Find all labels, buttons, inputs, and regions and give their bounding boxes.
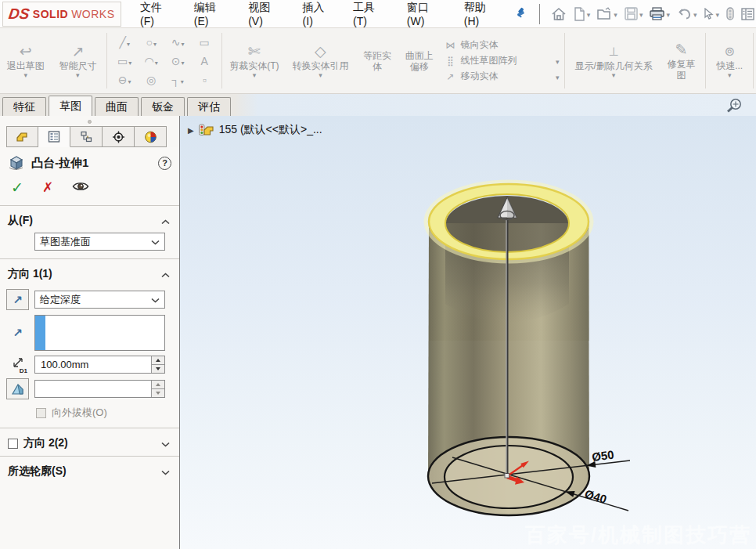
circle-tool[interactable]: ○ [138, 33, 164, 52]
select-caret[interactable] [715, 8, 719, 20]
draft-button[interactable] [6, 378, 29, 399]
menu-view[interactable]: 视图(V) [248, 1, 281, 27]
exit-sketch-caret[interactable] [24, 71, 28, 79]
display-relations-button[interactable]: ⊥ 显示/删除几何关系 [567, 28, 659, 93]
direction2-checkbox[interactable] [8, 439, 18, 449]
line-tool[interactable]: ╱ [111, 33, 138, 52]
select-cursor-icon[interactable] [702, 6, 721, 22]
start-condition-dropdown[interactable]: 草图基准面 [34, 233, 165, 251]
offset-entities-button[interactable]: 等距实体 [357, 28, 398, 93]
section-direction2[interactable]: 方向 2(2) [0, 429, 179, 455]
move-entities-caret[interactable] [556, 71, 560, 82]
home-icon[interactable] [549, 5, 568, 23]
preview-eye-button[interactable] [72, 181, 89, 194]
menu-help[interactable]: 帮助(H) [464, 1, 498, 27]
ellipse-tool[interactable]: ⊙ [164, 52, 191, 70]
3d-scene[interactable]: Ø50 Ø40 [180, 116, 756, 549]
open-icon[interactable] [596, 5, 619, 22]
tab-surfaces[interactable]: 曲面 [95, 97, 139, 116]
arc-caret[interactable] [155, 55, 158, 67]
rebuild-icon[interactable] [725, 5, 736, 22]
depth-value[interactable]: 100.00mm [35, 359, 151, 370]
move-entities-button[interactable]: ↗ 移动实体 [444, 70, 559, 83]
trim-entities-caret[interactable] [253, 71, 257, 79]
arc-tool[interactable]: ◠ [138, 52, 164, 70]
smart-dimension-button[interactable]: ↗ 智能尺寸 [52, 28, 105, 93]
fillet-caret[interactable] [181, 74, 184, 86]
direction-selection-box[interactable] [34, 315, 165, 351]
menu-file[interactable]: 文件(F) [140, 1, 173, 27]
spin-down-button[interactable] [152, 388, 164, 397]
linear-pattern-caret[interactable] [556, 56, 560, 67]
options-icon[interactable] [740, 6, 756, 22]
tab-display-manager[interactable] [135, 126, 167, 147]
text-tool[interactable]: A [191, 52, 218, 70]
surface-offset-button[interactable]: 曲面上偏移 [398, 28, 441, 93]
convert-entities-button[interactable]: ◇ 转换实体引用 [284, 28, 357, 93]
spin-up-button[interactable] [152, 356, 164, 364]
slot-tool[interactable]: ⊖ [111, 70, 138, 89]
graphics-viewport[interactable]: ▶ 155 (默认<<默认>_... [180, 116, 756, 549]
draft-angle-spinner[interactable] [34, 380, 165, 398]
pin-menu-icon[interactable] [515, 7, 527, 21]
tab-sketch[interactable]: 草图 [49, 96, 92, 116]
circle-caret[interactable] [153, 36, 157, 49]
plane-tool[interactable]: ▭ [191, 33, 218, 52]
tab-feature-tree[interactable] [6, 126, 38, 147]
rectangle-tool[interactable]: ▭ [111, 52, 138, 70]
help-icon[interactable]: ? [158, 157, 171, 170]
undo-caret[interactable] [693, 8, 697, 20]
depth-spinner[interactable]: 100.00mm [34, 356, 165, 374]
linear-pattern-button[interactable]: ⣿ 线性草图阵列 [444, 54, 559, 67]
smart-dimension-caret[interactable] [76, 71, 80, 79]
save-icon[interactable] [623, 5, 645, 22]
tab-dimxpert[interactable] [103, 126, 135, 147]
section-from[interactable]: 从(F) [0, 207, 179, 233]
tab-sheet-metal[interactable]: 钣金 [141, 97, 185, 116]
open-caret[interactable] [614, 8, 617, 20]
spin-down-button[interactable] [152, 364, 164, 373]
quick-snaps-caret[interactable] [728, 71, 732, 79]
display-relations-caret[interactable] [612, 71, 616, 79]
trim-entities-button[interactable]: ✄ 剪裁实体(T) [225, 28, 284, 93]
new-document-caret[interactable] [587, 8, 591, 20]
ellipse-caret[interactable] [182, 55, 185, 67]
spin-up-button[interactable] [152, 381, 164, 388]
panel-splitter-grip[interactable] [88, 120, 92, 124]
quick-snaps-button[interactable]: ⊚ 快速... [708, 28, 751, 93]
dimension-inner[interactable]: Ø40 [583, 487, 608, 507]
line-caret[interactable] [127, 36, 130, 49]
convert-entities-caret[interactable] [319, 71, 322, 79]
dimension-outer[interactable]: Ø50 [591, 448, 614, 464]
reverse-direction-button[interactable]: ↗ [6, 289, 29, 310]
draft-outward-checkbox[interactable] [36, 408, 46, 418]
menu-tools[interactable]: 工具(T) [353, 1, 386, 27]
exit-sketch-button[interactable]: ↩ 退出草图 [0, 28, 52, 93]
slot-caret[interactable] [128, 74, 131, 86]
fillet-tool[interactable]: ┐ [164, 70, 191, 89]
tab-property-manager[interactable] [38, 126, 70, 147]
spline-tool[interactable]: ∿ [164, 33, 191, 52]
section-selected-contours[interactable]: 所选轮廓(S) [0, 457, 179, 483]
end-condition-dropdown[interactable]: 给定深度 [34, 291, 165, 309]
ok-button[interactable]: ✓ [11, 179, 23, 197]
new-document-icon[interactable] [572, 5, 592, 23]
tab-configuration-manager[interactable] [70, 126, 103, 147]
rectangle-caret[interactable] [128, 55, 131, 67]
section-direction1[interactable]: 方向 1(1) [0, 260, 179, 286]
save-caret[interactable] [639, 8, 643, 20]
point-tool[interactable]: ▫ [191, 70, 218, 89]
menu-edit[interactable]: 编辑(E) [194, 1, 227, 27]
print-caret[interactable] [666, 8, 670, 20]
tab-evaluate[interactable]: 评估 [187, 97, 231, 116]
mirror-entities-button[interactable]: ⋈ 镜向实体 [444, 38, 559, 52]
print-icon[interactable] [648, 5, 671, 22]
menu-window[interactable]: 窗口(W) [407, 1, 443, 27]
magnifier-icon[interactable] [725, 98, 743, 116]
repair-sketch-button[interactable]: ✎ 修复草图 [660, 28, 704, 93]
cancel-button[interactable]: ✗ [42, 179, 53, 196]
menu-insert[interactable]: 插入(I) [303, 1, 332, 27]
spline-caret[interactable] [182, 36, 185, 49]
undo-icon[interactable] [675, 6, 699, 21]
tab-features[interactable]: 特征 [2, 97, 46, 116]
